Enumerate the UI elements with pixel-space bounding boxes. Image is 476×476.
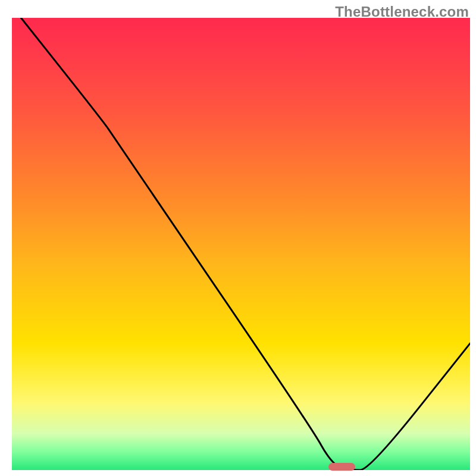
plot-area [12,18,470,470]
optimal-range-marker [328,463,355,471]
chart-container: { "attribution": "TheBottleneck.com", "c… [0,0,476,476]
